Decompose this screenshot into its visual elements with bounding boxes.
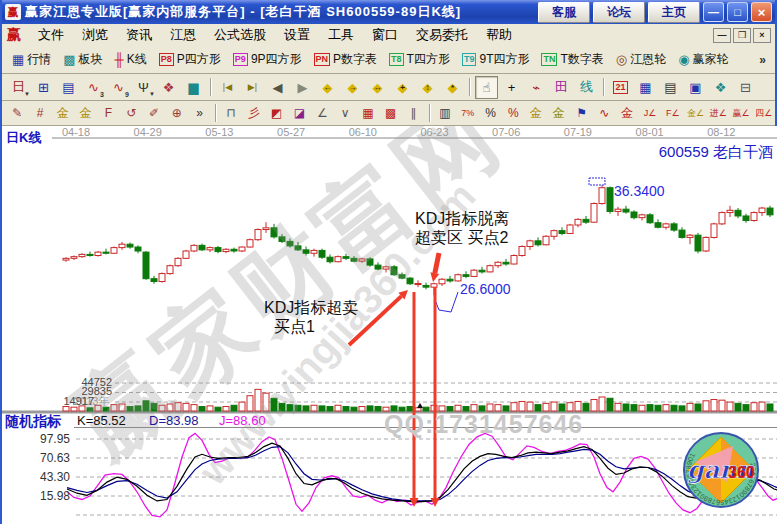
last-bar-button[interactable]: ▶| xyxy=(241,76,264,99)
polyline-tool-button[interactable]: ⌁ xyxy=(525,76,548,99)
gold-under-button[interactable]: 金 xyxy=(617,103,638,124)
compass-pen-button[interactable]: ✐ xyxy=(144,103,165,124)
t-table-button[interactable]: TNT数字表 xyxy=(535,49,609,70)
first-bar-button[interactable]: |◀ xyxy=(216,76,239,99)
menu-item-1[interactable]: 文件 xyxy=(29,25,73,44)
menu-item-2[interactable]: 浏览 xyxy=(73,25,117,44)
angle-line-button[interactable]: ∠ xyxy=(312,103,333,124)
sectors-button[interactable]: ▩板块 xyxy=(57,49,108,70)
minimize-icon[interactable]: — xyxy=(703,2,724,22)
pct-line-button[interactable]: % xyxy=(503,103,524,124)
buy2-drop-arrow-head xyxy=(431,498,440,507)
magnet-button[interactable]: Ψ▼ xyxy=(132,76,155,99)
child-restore-icon[interactable]: ❒ xyxy=(733,28,751,43)
forum-button[interactable]: 论坛 xyxy=(593,2,645,23)
menu-item-3[interactable]: 资讯 xyxy=(117,25,161,44)
window-title: 赢家江恩专业版[赢家内部服务平台] - [老白干酒 SH600559-89日K线… xyxy=(25,3,461,21)
gold-grid2-button[interactable]: 金 xyxy=(75,103,96,124)
jin-angle-button[interactable]: 进∠ xyxy=(708,103,729,124)
notes-button[interactable]: ▤ xyxy=(659,76,682,99)
calculator-button[interactable]: ▦ xyxy=(634,76,657,99)
gann-wheel-button[interactable]: ◎江恩轮 xyxy=(610,49,672,70)
gold-circle-button[interactable]: 金 xyxy=(526,103,547,124)
a-wave-button[interactable]: ∿ xyxy=(594,103,615,124)
zoom-out-button[interactable]: ◆↕ xyxy=(416,76,439,99)
info-panel-button[interactable]: ▤ xyxy=(57,76,80,99)
vee-wave-button[interactable]: ∨ xyxy=(335,103,356,124)
quotes-button[interactable]: ▦行情 xyxy=(6,49,57,70)
maximize-icon[interactable]: □ xyxy=(727,2,748,22)
draw-overflow-button[interactable]: » xyxy=(189,103,210,124)
gann-fan-button[interactable]: 彡 xyxy=(244,103,265,124)
circle-grid-button[interactable]: ⊕ xyxy=(166,103,187,124)
zoom-all-button[interactable]: ◆* xyxy=(441,76,464,99)
menu-item-5[interactable]: 公式选股 xyxy=(205,25,275,44)
kline-period-button[interactable]: 日▼ xyxy=(7,76,30,99)
menu-item-6[interactable]: 设置 xyxy=(275,25,319,44)
zoom-in-button[interactable]: ◆+ xyxy=(391,76,414,99)
pct-tool-button[interactable]: % xyxy=(480,103,501,124)
gold-angle-button[interactable]: 金∠ xyxy=(685,103,706,124)
printer-button[interactable]: ⊟ xyxy=(734,76,757,99)
p9-square-button[interactable]: P99P四方形 xyxy=(227,49,308,70)
winner-wheel-button[interactable]: ◉赢家轮 xyxy=(672,49,734,70)
flag-pen-button[interactable]: ⚑ xyxy=(571,103,592,124)
spiral-tool-button[interactable]: ↺ xyxy=(121,103,142,124)
grid-box2-button[interactable]: ▩ xyxy=(380,103,401,124)
scroll-right-button[interactable]: ◆→ xyxy=(341,76,364,99)
hatch-tool-button[interactable]: # xyxy=(30,103,51,124)
gold-grid-button[interactable]: 金 xyxy=(53,103,74,124)
zoom-h-button[interactable]: ◆↔ xyxy=(366,76,389,99)
compare-button[interactable]: ❖ xyxy=(157,76,180,99)
gold-line-button[interactable]: 金 xyxy=(548,103,569,124)
column-tool-button[interactable]: ▥ xyxy=(435,103,456,124)
volume-style-button[interactable]: ▆ xyxy=(182,76,205,99)
chart-grid-button[interactable]: ⊞ xyxy=(32,76,55,99)
vee-wave-icon: ∨ xyxy=(341,106,350,120)
box-fan2-button[interactable]: ◪ xyxy=(289,103,310,124)
ying-angle-button[interactable]: 赢∠ xyxy=(731,103,752,124)
t9-square-button[interactable]: T99T四方形 xyxy=(456,49,536,70)
toolbar-overflow-icon[interactable]: » xyxy=(756,53,769,67)
fib-levels-button[interactable]: F xyxy=(98,103,119,124)
close-icon[interactable]: × xyxy=(751,2,772,22)
scroll-left-button[interactable]: ◆← xyxy=(316,76,339,99)
ruler-tool-button[interactable]: ⊓ xyxy=(221,103,242,124)
save-button[interactable]: ▣ xyxy=(684,76,707,99)
parallel-lines-button[interactable]: ∥ xyxy=(403,103,424,124)
kdj-axis-label-1: 97.95 xyxy=(24,432,70,446)
child-close-icon[interactable]: × xyxy=(753,28,771,43)
p-table-button[interactable]: PNP数字表 xyxy=(308,49,384,70)
wave3-button[interactable]: ∿3 xyxy=(82,76,105,99)
network-button[interactable]: ❖ xyxy=(709,76,732,99)
grid-box-button[interactable]: ▦ xyxy=(357,103,378,124)
crosshair-tool-button[interactable]: + xyxy=(500,76,523,99)
pencil-tool-button[interactable]: ✎ xyxy=(7,103,28,124)
prev-bar-button[interactable]: ◀ xyxy=(266,76,289,99)
volume-bar xyxy=(535,405,541,411)
menu-item-4[interactable]: 江恩 xyxy=(161,25,205,44)
wave-line-button[interactable]: 线 xyxy=(575,76,598,99)
si-angle-button[interactable]: 四∠ xyxy=(753,103,774,124)
homepage-button[interactable]: 主页 xyxy=(648,2,700,23)
menu-item-10[interactable]: 帮助 xyxy=(477,25,521,44)
circle-grid-icon: ⊕ xyxy=(172,106,182,120)
menu-item-7[interactable]: 工具 xyxy=(319,25,363,44)
box-fan-button[interactable]: ◩ xyxy=(266,103,287,124)
pattern-box-button[interactable]: 田 xyxy=(550,76,573,99)
menu-item-8[interactable]: 窗口 xyxy=(363,25,407,44)
volume-bar xyxy=(455,405,461,411)
menu-item-9[interactable]: 交易委托 xyxy=(407,25,477,44)
j-angle-button[interactable]: J∠ xyxy=(640,103,661,124)
wave9-button[interactable]: ∿9 xyxy=(107,76,130,99)
f-angle-button[interactable]: F∠ xyxy=(662,103,683,124)
t-square-button[interactable]: T8T四方形 xyxy=(383,49,456,70)
calendar-button[interactable]: 21 xyxy=(609,76,632,99)
kline-button[interactable]: ╫K线 xyxy=(109,49,153,70)
p-square-button[interactable]: P8P四方形 xyxy=(153,49,227,70)
customer-service-button[interactable]: 客服 xyxy=(538,2,590,23)
next-bar-button[interactable]: ▶ xyxy=(291,76,314,99)
pct7-tool-button[interactable]: 7% xyxy=(457,103,478,124)
hand-tool-button[interactable]: ☝ xyxy=(475,76,498,99)
child-minimize-icon[interactable]: — xyxy=(713,28,731,43)
